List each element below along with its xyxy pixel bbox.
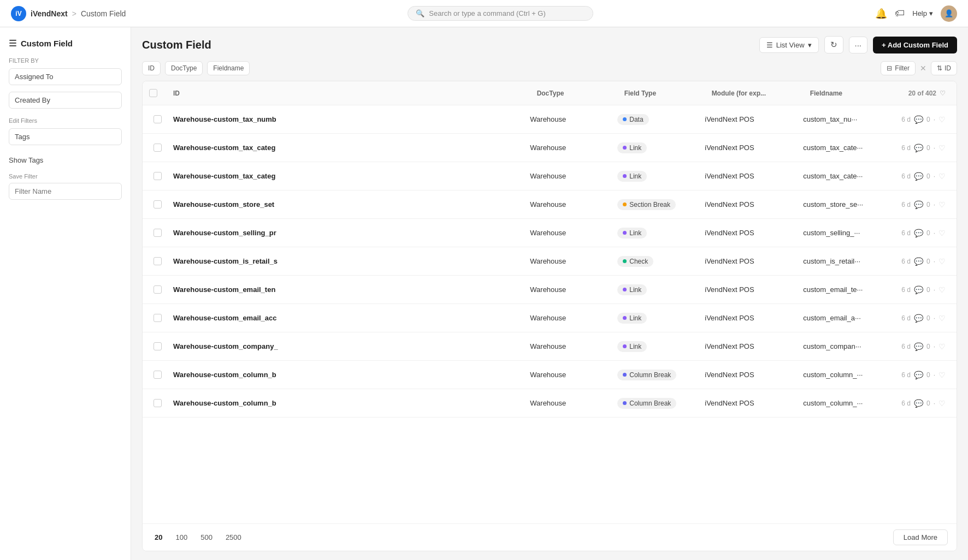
comment-icon[interactable]: 💬 xyxy=(914,200,923,209)
comment-icon[interactable]: 💬 xyxy=(914,399,923,408)
more-options-button[interactable]: ··· xyxy=(849,37,868,53)
table-row[interactable]: Warehouse-custom_company_ Warehouse Link… xyxy=(143,332,957,361)
id-filter-chip[interactable]: ID xyxy=(142,61,161,75)
filter-button[interactable]: ⊟ Filter xyxy=(881,61,916,75)
page-size-500[interactable]: 500 xyxy=(197,531,216,544)
row-field-type: Link xyxy=(613,142,700,153)
row-checkbox[interactable] xyxy=(149,257,169,265)
heart-icon[interactable]: ♡ xyxy=(939,342,946,351)
heart-header-icon[interactable]: ♡ xyxy=(940,90,946,97)
row-checkbox[interactable] xyxy=(149,371,169,379)
page-sizes: 20 100 500 2500 xyxy=(151,531,245,544)
table-row[interactable]: Warehouse-custom_tax_categ Warehouse Lin… xyxy=(143,162,957,190)
help-button[interactable]: Help ▾ xyxy=(912,9,933,17)
heart-icon[interactable]: ♡ xyxy=(939,399,946,408)
row-checkbox[interactable] xyxy=(149,342,169,350)
avatar[interactable]: 👤 xyxy=(941,5,957,22)
tags-filter[interactable]: Tags xyxy=(9,128,122,145)
row-fieldname: custom_column_··· xyxy=(799,371,897,379)
main-content: Custom Field ☰ List View ▾ ↻ ··· + Add C… xyxy=(131,27,968,560)
comment-icon[interactable]: 💬 xyxy=(914,229,923,237)
close-filter-icon[interactable]: ✕ xyxy=(920,64,926,73)
row-module: iVendNext POS xyxy=(700,371,799,379)
load-more-button[interactable]: Load More xyxy=(893,529,948,545)
row-fieldname: custom_email_a··· xyxy=(799,314,897,322)
table-row[interactable]: Warehouse-custom_column_b Warehouse Colu… xyxy=(143,361,957,389)
row-checkbox[interactable] xyxy=(149,172,169,180)
row-module: iVendNext POS xyxy=(700,200,799,208)
table-row[interactable]: Warehouse-custom_tax_numb Warehouse Data… xyxy=(143,105,957,134)
list-view-button[interactable]: ☰ List View ▾ xyxy=(759,37,819,53)
created-by-filter[interactable]: Created By xyxy=(9,92,122,109)
comment-icon[interactable]: 💬 xyxy=(914,257,923,266)
add-custom-field-button[interactable]: + Add Custom Field xyxy=(873,37,957,53)
fieldname-filter-chip[interactable]: Fieldname xyxy=(207,61,250,75)
comment-count: 0 xyxy=(926,229,930,237)
notification-icon[interactable]: 🔔 xyxy=(875,8,887,20)
row-age: 6 d xyxy=(901,144,911,152)
row-module: iVendNext POS xyxy=(700,172,799,180)
comment-icon[interactable]: 💬 xyxy=(914,371,923,379)
comment-icon[interactable]: 💬 xyxy=(914,314,923,323)
refresh-button[interactable]: ↻ xyxy=(824,36,843,53)
heart-icon[interactable]: ♡ xyxy=(939,371,946,379)
page-size-100[interactable]: 100 xyxy=(172,531,191,544)
table-row[interactable]: Warehouse-custom_selling_pr Warehouse Li… xyxy=(143,219,957,247)
tag-icon[interactable]: 🏷 xyxy=(895,8,905,19)
heart-icon[interactable]: ♡ xyxy=(939,229,946,237)
show-tags-label[interactable]: Show Tags xyxy=(9,156,122,164)
row-doctype: Warehouse xyxy=(526,144,613,152)
row-meta: 6 d 💬 0 · ♡ xyxy=(897,200,950,209)
row-meta: 6 d 💬 0 · ♡ xyxy=(897,144,950,152)
heart-icon[interactable]: ♡ xyxy=(939,144,946,152)
page-size-20[interactable]: 20 xyxy=(151,531,166,544)
main-header: Custom Field ☰ List View ▾ ↻ ··· + Add C… xyxy=(142,36,957,53)
menu-icon[interactable]: ☰ xyxy=(9,38,16,49)
filter-name-input[interactable] xyxy=(9,183,122,200)
row-checkbox[interactable] xyxy=(149,285,169,294)
table-row[interactable]: Warehouse-custom_column_b Warehouse Colu… xyxy=(143,389,957,418)
row-doctype: Warehouse xyxy=(526,371,613,379)
comment-icon[interactable]: 💬 xyxy=(914,285,923,294)
col-fieldname: Fieldname xyxy=(806,90,904,97)
row-module: iVendNext POS xyxy=(700,314,799,322)
row-checkbox[interactable] xyxy=(149,314,169,322)
table-row[interactable]: Warehouse-custom_tax_categ Warehouse Lin… xyxy=(143,134,957,162)
row-checkbox[interactable] xyxy=(149,399,169,407)
page-size-2500[interactable]: 2500 xyxy=(222,531,245,544)
comment-icon[interactable]: 💬 xyxy=(914,342,923,351)
search-box[interactable]: 🔍 Search or type a command (Ctrl + G) xyxy=(408,6,593,21)
table-row[interactable]: Warehouse-custom_email_ten Warehouse Lin… xyxy=(143,276,957,304)
breadcrumb[interactable]: Custom Field xyxy=(81,9,126,18)
heart-icon[interactable]: ♡ xyxy=(939,172,946,181)
heart-icon[interactable]: ♡ xyxy=(939,285,946,294)
row-age: 6 d xyxy=(901,400,911,407)
filter-bar-right: ⊟ Filter ✕ ⇅ ID xyxy=(881,61,957,75)
row-checkbox[interactable] xyxy=(149,144,169,152)
heart-icon[interactable]: ♡ xyxy=(939,314,946,323)
row-checkbox[interactable] xyxy=(149,115,169,123)
row-fieldname: custom_store_se··· xyxy=(799,200,897,208)
comment-icon[interactable]: 💬 xyxy=(914,115,923,124)
table-row[interactable]: Warehouse-custom_is_retail_s Warehouse C… xyxy=(143,247,957,276)
comment-icon[interactable]: 💬 xyxy=(914,144,923,152)
doctype-filter-chip[interactable]: DocType xyxy=(165,61,203,75)
search-placeholder-text: Search or type a command (Ctrl + G) xyxy=(429,9,546,17)
row-checkbox[interactable] xyxy=(149,200,169,208)
row-meta: 6 d 💬 0 · ♡ xyxy=(897,285,950,294)
brand-name[interactable]: iVendNext xyxy=(31,9,68,18)
assigned-to-filter[interactable]: Assigned To xyxy=(9,68,122,85)
row-checkbox[interactable] xyxy=(149,229,169,237)
heart-icon[interactable]: ♡ xyxy=(939,200,946,209)
comment-icon[interactable]: 💬 xyxy=(914,172,923,181)
heart-icon[interactable]: ♡ xyxy=(939,257,946,266)
table-container: ID DocType Field Type Module (for exp...… xyxy=(142,81,957,551)
sort-button[interactable]: ⇅ ID xyxy=(931,61,957,75)
heart-icon[interactable]: ♡ xyxy=(939,115,946,124)
row-module: iVendNext POS xyxy=(700,115,799,123)
row-age: 6 d xyxy=(901,229,911,237)
row-fieldname: custom_column_··· xyxy=(799,399,897,407)
select-all-checkbox[interactable] xyxy=(149,89,157,97)
table-row[interactable]: Warehouse-custom_email_acc Warehouse Lin… xyxy=(143,304,957,332)
table-row[interactable]: Warehouse-custom_store_set Warehouse Sec… xyxy=(143,190,957,219)
